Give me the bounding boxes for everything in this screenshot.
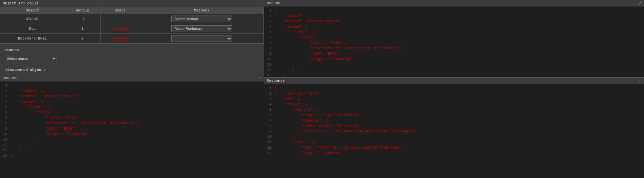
line-content: { [10, 83, 13, 88]
cell-state: Invalid [100, 34, 140, 44]
invalid-badge: Invalid [112, 27, 128, 31]
line-number: 10 [264, 56, 274, 62]
method-select[interactable]: CreateBookmark [171, 25, 232, 32]
line-number: 3 [264, 96, 274, 102]
line-content: } [10, 148, 21, 153]
line-content: "handle": 1, [274, 13, 310, 19]
line-content: }, [274, 134, 297, 139]
code-line: 3 "method": "CreateBookmark", [0, 94, 264, 99]
line-number: 13 [0, 148, 10, 153]
code-line: 6 "qInfo": { [0, 110, 264, 115]
line-content: "qGenericType": "Bookmark", [274, 123, 361, 129]
cell-handle: -1 [65, 14, 100, 24]
code-line: 11 "qInfo": { [264, 139, 644, 145]
request-bottom-panel: Request ⤢ 1{2 "handle": 1,3 "method": "C… [0, 75, 264, 178]
line-content: "qProp": { [10, 104, 50, 110]
cell-method[interactable]: Select method [140, 14, 263, 24]
line-content: "qType": "Bookmark" [274, 56, 352, 62]
code-line: 13 "qType": "Bookmark", [264, 150, 644, 156]
cell-object: Doc [0, 24, 65, 34]
code-line: 12 "qId": "7023ffd8-fa12-4841-bab9-d3f73… [264, 145, 644, 150]
line-number: 11 [0, 137, 10, 142]
line-content: "title": "BM01", [10, 115, 82, 121]
response-expand-icon[interactable]: ⤢ [639, 79, 641, 83]
line-number: 7 [264, 118, 274, 123]
line-number: 12 [0, 142, 10, 148]
code-line: 9 "qGenericId": "7023ffd8-fa12-4841-bab9… [264, 129, 644, 134]
table-row: Global-1Select method [0, 14, 264, 24]
request-bottom-expand-icon[interactable]: ⤢ [258, 76, 261, 80]
macros-title: Macros [3, 47, 261, 53]
request-top-code[interactable]: 1{2 "handle": 1,3 "method": "CreateBookm… [264, 6, 644, 77]
line-number: 14 [0, 153, 10, 158]
code-line: 8 "description": "Description of bookmar… [264, 46, 644, 51]
line-content: "qId": "BM01", [274, 51, 341, 56]
line-number: 1 [0, 83, 10, 88]
line-number: 3 [264, 19, 274, 24]
line-number: 10 [0, 131, 10, 137]
api-calls-title: Select API calls [0, 0, 264, 7]
method-select[interactable]: Select method [171, 16, 232, 22]
col-methods: Methods [140, 7, 263, 14]
line-content: "params": { [274, 24, 308, 29]
cell-handle: 2 [65, 34, 100, 44]
method-select[interactable] [171, 35, 232, 42]
code-line: 10 }, [264, 134, 644, 139]
cell-handle: 1 [65, 24, 100, 34]
response-code[interactable]: 1{2 "jsonrpc": "2.0",3 "id": 3,4 "result… [264, 84, 644, 178]
line-number: 3 [0, 94, 10, 99]
line-number: 12 [264, 67, 274, 73]
request-bottom-code[interactable]: 1{2 "handle": 1,3 "method": "CreateBookm… [0, 81, 264, 178]
line-number: 11 [264, 139, 274, 145]
line-content: "qProp": { [274, 29, 315, 35]
request-top-expand-icon[interactable]: ⤢ [639, 1, 641, 5]
line-content: } [274, 73, 285, 77]
code-line: 8 "qGenericType": "Bookmark", [264, 123, 644, 129]
line-number: 4 [264, 24, 274, 29]
line-content: { [274, 85, 277, 91]
code-line: 7 "qHandle": 2, [264, 118, 644, 123]
code-line: 13 } [0, 148, 264, 153]
code-line: 3 "method": "CreateBookmark", [264, 19, 644, 24]
table-row: Doc1InvalidCreateBookmark [0, 24, 264, 34]
code-line: 9 "qId": "BM01", [264, 51, 644, 56]
cell-method[interactable]: CreateBookmark [140, 24, 263, 34]
line-number: 10 [264, 134, 274, 139]
line-content: "method": "CreateBookmark", [10, 94, 80, 99]
line-content: "qId": "7023ffd8-fa12-4841-bab9-d3f73a54… [274, 145, 404, 150]
api-calls-table: Object Handle State Methods Global-1Sele… [0, 7, 264, 44]
discovered-section: Discovered objects [0, 65, 264, 75]
code-line: 12 } [264, 67, 644, 73]
line-number: 7 [264, 40, 274, 46]
code-line: 1{ [0, 83, 264, 88]
line-number: 9 [264, 129, 274, 134]
code-line: 6 "qType": "GenericBookmark", [264, 112, 644, 118]
line-number: 6 [264, 35, 274, 40]
code-line: 13 } [264, 73, 644, 77]
line-number: 5 [264, 107, 274, 112]
line-number: 13 [264, 150, 274, 156]
line-number: 13 [264, 73, 274, 77]
line-content: "description": "Description of bookmark … [10, 121, 142, 126]
request-bottom-header: Request ⤢ [0, 75, 264, 81]
line-content: "id": 3, [274, 96, 301, 102]
discovered-title: Discovered objects [3, 67, 261, 73]
line-content: } [10, 137, 39, 142]
line-number: 8 [264, 46, 274, 51]
line-content: "qInfo": { [10, 110, 59, 115]
line-content: "qInfo": { [274, 35, 323, 40]
macro-select[interactable]: Select macro [3, 55, 57, 62]
cell-method[interactable] [140, 34, 263, 44]
code-line: 2 "handle": 1, [0, 88, 264, 94]
line-number: 5 [264, 29, 274, 35]
line-number: 5 [0, 104, 10, 110]
code-line: 4 "params": { [264, 24, 644, 29]
line-content: "qType": "Bookmark", [274, 150, 346, 156]
code-line: 11 } [0, 137, 264, 142]
code-line: 1{ [264, 85, 644, 91]
code-line: 2 "jsonrpc": "2.0", [264, 91, 644, 96]
api-calls-section: Select API calls Object Handle State Met… [0, 0, 264, 44]
main-layout: Select API calls Object Handle State Met… [0, 0, 644, 178]
code-line: 4 "params": { [0, 99, 264, 104]
code-line: 3 "id": 3, [264, 96, 644, 102]
